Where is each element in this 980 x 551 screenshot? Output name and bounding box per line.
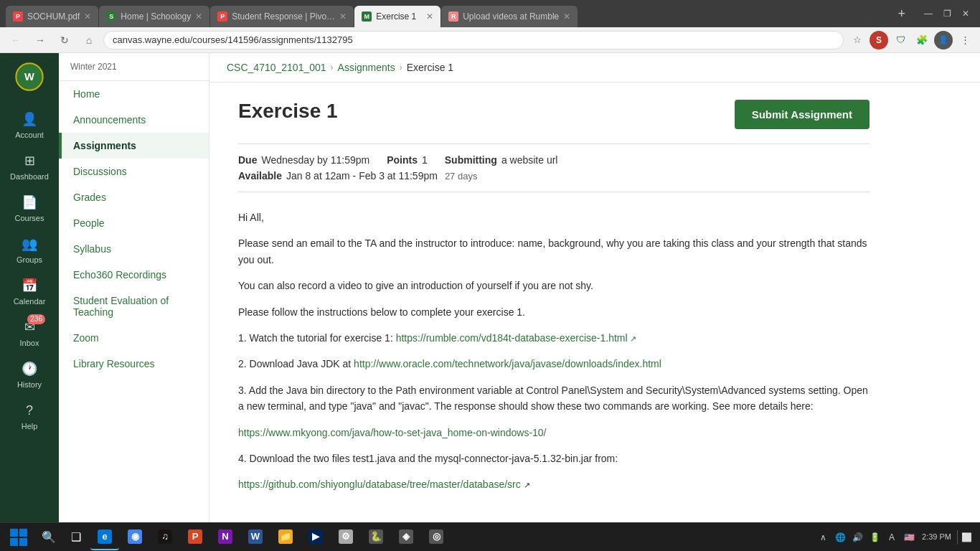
- back-button[interactable]: ←: [6, 30, 26, 50]
- sidebar-item-discussions[interactable]: Discussions: [59, 159, 209, 184]
- url-bar[interactable]: canvas.wayne.edu/courses/141596/assignme…: [103, 31, 844, 50]
- start-button[interactable]: [3, 524, 34, 550]
- taskbar-app-chrome[interactable]: ◉: [121, 524, 149, 550]
- tray-battery-icon[interactable]: 🔋: [867, 530, 882, 545]
- sidebar-item-announcements[interactable]: Announcements: [59, 107, 209, 133]
- tab-close-tab5[interactable]: ✕: [563, 11, 570, 22]
- taskbar-icon-app14: ◈: [399, 529, 413, 544]
- tray-sound-icon[interactable]: 🔊: [850, 530, 864, 545]
- tray-network-icon[interactable]: 🌐: [833, 530, 847, 545]
- tab-close-tab2[interactable]: ✕: [195, 11, 202, 22]
- sidebar-item-people[interactable]: People: [59, 210, 209, 236]
- taskbar-app-spotify[interactable]: ♫: [151, 524, 179, 550]
- browser-tab-tab5[interactable]: R Upload videos at Rumble ✕: [441, 6, 578, 27]
- close-button[interactable]: ✕: [957, 5, 974, 22]
- taskbar-app-terminal[interactable]: ▶: [301, 524, 330, 550]
- sidebar-item-syllabus[interactable]: Syllabus: [59, 236, 209, 262]
- tab-favicon-tab2: S: [106, 11, 116, 22]
- assignment-header: Exercise 1 Submit Assignment: [238, 100, 870, 129]
- nav-icon-history: 🕐: [19, 359, 39, 379]
- step3-link-para: https://www.mkyong.com/java/how-to-set-j…: [238, 425, 870, 441]
- taskbar-app-edge[interactable]: e: [90, 524, 119, 550]
- forward-button[interactable]: →: [30, 30, 50, 50]
- global-nav-item-calendar[interactable]: 📅 Calendar: [0, 270, 59, 311]
- minimize-button[interactable]: —: [920, 5, 937, 22]
- nav-label-history: History: [17, 380, 42, 389]
- sidebar-item-student-eval[interactable]: Student Evaluation of Teaching: [59, 288, 209, 325]
- svg-rect-4: [10, 538, 18, 546]
- sidebar-item-echo360[interactable]: Echo360 Recordings: [59, 262, 209, 288]
- course-sidebar-nav: HomeAnnouncementsAssignmentsDiscussionsG…: [59, 81, 209, 377]
- meta-due: Due Wednesday by 11:59pm: [238, 154, 369, 166]
- content-area: Exercise 1 Submit Assignment Due Wednesd…: [209, 83, 898, 520]
- task-view-button[interactable]: ❑: [63, 524, 89, 550]
- breadcrumb-item-assignments[interactable]: Assignments: [338, 62, 395, 73]
- global-nav-item-courses[interactable]: 📄 Courses: [0, 187, 59, 228]
- tab-close-tab3[interactable]: ✕: [339, 11, 347, 22]
- nav-icon-help: ?: [19, 400, 39, 420]
- taskbar-app-settings[interactable]: ⚙: [331, 524, 360, 550]
- svg-rect-2: [10, 529, 18, 537]
- taskbar: 🔍❑e◉♫PNW📁▶⚙🐍◈◎ ∧ 🌐 🔊 🔋 A 🇺🇸 2:39 PM ⬜: [0, 522, 980, 551]
- taskbar-app-powerpoint[interactable]: P: [181, 524, 209, 550]
- profile-button[interactable]: S: [870, 31, 888, 50]
- user-menu-button[interactable]: 👤: [934, 31, 953, 50]
- global-nav-item-groups[interactable]: 👥 Groups: [0, 228, 59, 270]
- taskbar-app-app15[interactable]: ◎: [422, 524, 451, 550]
- browser-tab-tab2[interactable]: S Home | Schoology ✕: [99, 6, 209, 27]
- new-tab-button[interactable]: +: [892, 6, 911, 22]
- tab-favicon-tab1: P: [13, 11, 23, 22]
- tray-keyboard-icon[interactable]: A: [885, 530, 899, 545]
- global-nav-item-account[interactable]: 👤 Account: [0, 103, 59, 145]
- extensions-button[interactable]: 🧩: [913, 31, 931, 50]
- global-nav-item-history[interactable]: 🕐 History: [0, 353, 59, 395]
- taskbar-app-word[interactable]: W: [241, 524, 270, 550]
- windows-logo-icon: [10, 529, 27, 546]
- browser-tab-tab3[interactable]: P Student Response | Pivot Inte... ✕: [210, 6, 354, 27]
- tray-ime-icon[interactable]: 🇺🇸: [902, 530, 916, 545]
- tab-close-tab4[interactable]: ✕: [426, 11, 433, 22]
- sidebar-item-assignments[interactable]: Assignments: [59, 133, 209, 159]
- refresh-button[interactable]: ↻: [55, 30, 75, 50]
- sidebar-item-home[interactable]: Home: [59, 81, 209, 107]
- step4-link-para: https://github.com/shiyonglu/database/tr…: [238, 476, 870, 492]
- taskbar-tray: ∧ 🌐 🔊 🔋 A 🇺🇸 2:39 PM ⬜: [816, 530, 977, 545]
- submit-assignment-button[interactable]: Submit Assignment: [735, 100, 870, 129]
- global-nav-item-dashboard[interactable]: ⊞ Dashboard: [0, 145, 59, 187]
- browser-tab-tab4[interactable]: M Exercise 1 ✕: [354, 6, 440, 27]
- taskbar-time[interactable]: 2:39 PM: [922, 532, 951, 542]
- url-text: canvas.wayne.edu/courses/141596/assignme…: [113, 34, 834, 45]
- browser-tab-tab1[interactable]: P SOCHUM.pdf ✕: [6, 6, 98, 27]
- sidebar-item-grades[interactable]: Grades: [59, 184, 209, 210]
- taskbar-app-fileexplorer[interactable]: 📁: [271, 524, 300, 550]
- bookmark-button[interactable]: ☆: [848, 31, 867, 50]
- sidebar-item-library[interactable]: Library Resources: [59, 351, 209, 377]
- sidebar-item-zoom[interactable]: Zoom: [59, 325, 209, 351]
- available-value: Jan 8 at 12am - Feb 3 at 11:59pm: [286, 170, 438, 182]
- breadcrumb-item-current: Exercise 1: [407, 62, 453, 73]
- taskbar-app-python[interactable]: 🐍: [362, 524, 390, 550]
- show-desktop-button[interactable]: ⬜: [957, 530, 971, 545]
- step2-link[interactable]: http://www.oracle.com/technetwork/java/j…: [354, 358, 661, 369]
- tab-favicon-tab5: R: [448, 11, 458, 22]
- taskbar-app-app14[interactable]: ◈: [392, 524, 420, 550]
- step1-link[interactable]: https://rumble.com/vd184t-database-exerc…: [396, 332, 636, 344]
- more-button[interactable]: ⋮: [956, 31, 974, 50]
- course-sidebar: Winter 2021 HomeAnnouncementsAssignments…: [59, 53, 209, 551]
- step4-link[interactable]: https://github.com/shiyonglu/database/tr…: [238, 479, 521, 490]
- taskbar-search-button[interactable]: 🔍: [36, 524, 62, 550]
- global-nav-item-help[interactable]: ? Help: [0, 395, 59, 436]
- breadcrumb-item-course[interactable]: CSC_4710_2101_001: [227, 62, 326, 73]
- step3-link[interactable]: https://www.mkyong.com/java/how-to-set-j…: [238, 427, 547, 438]
- available-label: Available: [238, 170, 282, 182]
- window-controls: — ❐ ✕: [914, 5, 974, 22]
- shield-icon[interactable]: 🛡: [891, 31, 910, 50]
- home-button[interactable]: ⌂: [79, 30, 99, 50]
- maximize-button[interactable]: ❐: [938, 5, 956, 22]
- tray-show-hidden[interactable]: ∧: [816, 530, 830, 545]
- global-nav-item-inbox[interactable]: ✉ 236 Inbox: [0, 311, 59, 353]
- canvas-logo[interactable]: W: [11, 59, 47, 95]
- paragraph3: Please follow the instructions below to …: [238, 304, 870, 320]
- taskbar-app-onenote[interactable]: N: [211, 524, 240, 550]
- tab-close-tab1[interactable]: ✕: [84, 11, 91, 22]
